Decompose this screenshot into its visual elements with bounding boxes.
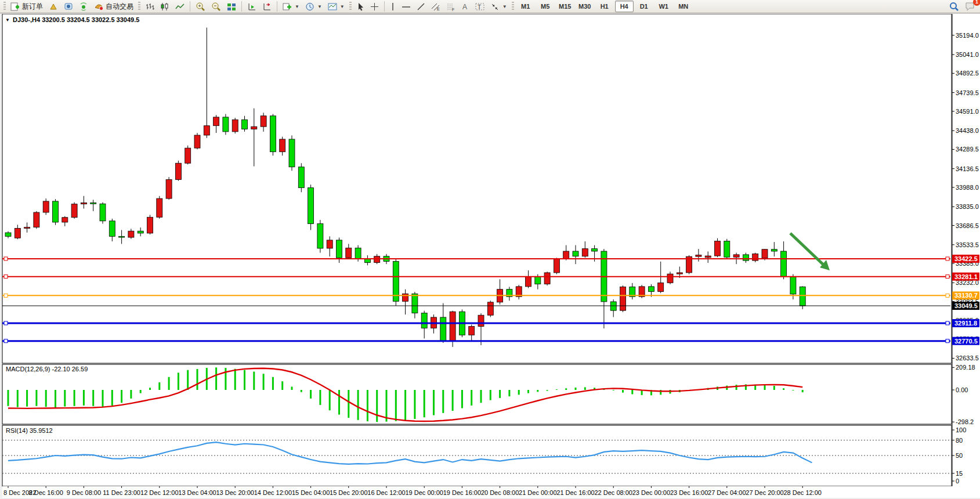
- line-handle[interactable]: [946, 294, 949, 297]
- auto-trading-icon: [94, 2, 103, 11]
- time-tick-label: 22 Dec 08:00: [594, 489, 632, 496]
- tile-windows-button[interactable]: [225, 0, 238, 13]
- time-tick-label: 28 Dec 12:00: [783, 489, 821, 496]
- line-handle[interactable]: [946, 339, 949, 343]
- timeframe-m5[interactable]: M5: [536, 1, 555, 12]
- candle-body: [544, 273, 550, 284]
- rsi-tick-label: 50: [956, 452, 963, 459]
- clock-icon: [305, 2, 314, 11]
- indicators-button[interactable]: ▼: [280, 0, 302, 13]
- line-handle[interactable]: [946, 321, 949, 325]
- template-icon: [328, 2, 337, 11]
- text-label-icon: T: [475, 2, 484, 11]
- candle-body: [62, 218, 68, 222]
- toolbar-drag-handle[interactable]: [138, 2, 140, 11]
- notifications-button[interactable]: 1: [963, 0, 978, 13]
- timeframe-d1[interactable]: D1: [635, 1, 653, 12]
- line-handle[interactable]: [4, 257, 8, 261]
- auto-scroll-icon: [247, 2, 256, 11]
- text-button[interactable]: A: [459, 0, 472, 13]
- toolbar: 新订单 自动交易 ▼ ▼ ▼ E F A: [0, 0, 980, 13]
- templates-button[interactable]: ▼: [326, 0, 347, 13]
- candle-body: [15, 228, 20, 238]
- candle-body: [469, 327, 475, 335]
- candlestick-chart-button[interactable]: [158, 0, 172, 13]
- candle-body: [526, 276, 531, 286]
- svg-text:A: A: [462, 3, 467, 11]
- timeframe-m15[interactable]: M15: [556, 1, 574, 12]
- toolbar-drag-handle[interactable]: [349, 2, 352, 11]
- line-handle[interactable]: [4, 339, 8, 343]
- candle-body: [24, 227, 30, 229]
- timeframe-w1[interactable]: W1: [654, 1, 673, 12]
- trendline-button[interactable]: [414, 0, 428, 13]
- cursor-button[interactable]: [354, 0, 367, 13]
- line-handle[interactable]: [946, 257, 949, 261]
- line-handle[interactable]: [4, 321, 8, 325]
- candle-body: [535, 276, 541, 284]
- crosshair-button[interactable]: [368, 0, 381, 13]
- rsi-tick-label: 0: [956, 478, 959, 484]
- line-handle[interactable]: [4, 294, 8, 297]
- candle-body: [317, 224, 323, 248]
- vertical-line-icon: [390, 2, 396, 11]
- candle-body: [71, 204, 77, 218]
- zoom-out-icon: [211, 2, 221, 11]
- broadcast-button[interactable]: [77, 0, 91, 13]
- candle-body: [421, 313, 427, 328]
- candle-body: [677, 273, 682, 274]
- market-watch-button[interactable]: [62, 0, 75, 13]
- price-tick-label: 32633.5: [956, 355, 979, 361]
- equidistant-channel-button[interactable]: E: [429, 0, 443, 13]
- search-button[interactable]: [947, 0, 961, 13]
- new-order-button[interactable]: 新订单: [8, 0, 45, 13]
- fibonacci-button[interactable]: F: [444, 0, 458, 13]
- candle-body: [743, 255, 748, 261]
- horizontal-line-button[interactable]: [399, 0, 413, 13]
- rsi-tick-label: 100: [956, 426, 966, 433]
- auto-scroll-button[interactable]: [245, 0, 259, 13]
- line-chart-icon: [175, 2, 185, 11]
- price-tick-label: 33988.0: [956, 184, 979, 191]
- equidistant-channel-icon: E: [431, 2, 440, 11]
- crosshair-icon: [370, 2, 379, 11]
- price-line-label: 33422.5: [954, 255, 978, 262]
- price-axis-strip: [952, 14, 980, 486]
- candle-body: [355, 248, 361, 258]
- bar-chart-button[interactable]: [143, 0, 157, 13]
- timeframe-mn[interactable]: MN: [674, 1, 693, 12]
- arrows-button[interactable]: ▼: [488, 0, 509, 13]
- time-tick-label: 21 Dec 16:00: [556, 489, 594, 496]
- candle-body: [109, 221, 115, 237]
- periods-button[interactable]: ▼: [303, 0, 324, 13]
- candle-body: [487, 302, 493, 315]
- candle-body: [346, 248, 352, 258]
- line-handle[interactable]: [4, 275, 8, 279]
- candle-body: [157, 198, 162, 217]
- chart-shift-button[interactable]: [260, 0, 274, 13]
- svg-text:E: E: [437, 7, 440, 11]
- chart-canvas[interactable]: 35194.035041.034892.534739.534591.034438…: [0, 14, 980, 499]
- candle-body: [53, 201, 59, 222]
- timeframe-h1[interactable]: H1: [595, 1, 614, 12]
- auto-trading-button[interactable]: 自动交易: [92, 0, 136, 13]
- line-handle[interactable]: [946, 275, 949, 279]
- candle-body: [563, 251, 569, 259]
- toolbar-drag-handle[interactable]: [3, 2, 6, 11]
- toolbar-drag-handle[interactable]: [512, 2, 514, 11]
- chart-profile-button[interactable]: [46, 0, 60, 13]
- candle-body: [204, 126, 209, 135]
- zoom-out-button[interactable]: [209, 0, 223, 13]
- text-label-button[interactable]: T: [473, 0, 487, 13]
- rsi-tick-label: 80: [956, 437, 963, 444]
- price-tick-label: 34591.0: [956, 108, 979, 115]
- timeframe-m30[interactable]: M30: [576, 1, 594, 12]
- candle-body: [478, 315, 484, 326]
- line-chart-button[interactable]: [173, 0, 187, 13]
- timeframe-m1[interactable]: M1: [516, 1, 535, 12]
- candle-body: [81, 203, 86, 204]
- macd-panel: [2, 364, 952, 424]
- zoom-in-button[interactable]: [193, 0, 208, 13]
- vertical-line-button[interactable]: [388, 0, 398, 13]
- timeframe-h4[interactable]: H4: [615, 1, 634, 12]
